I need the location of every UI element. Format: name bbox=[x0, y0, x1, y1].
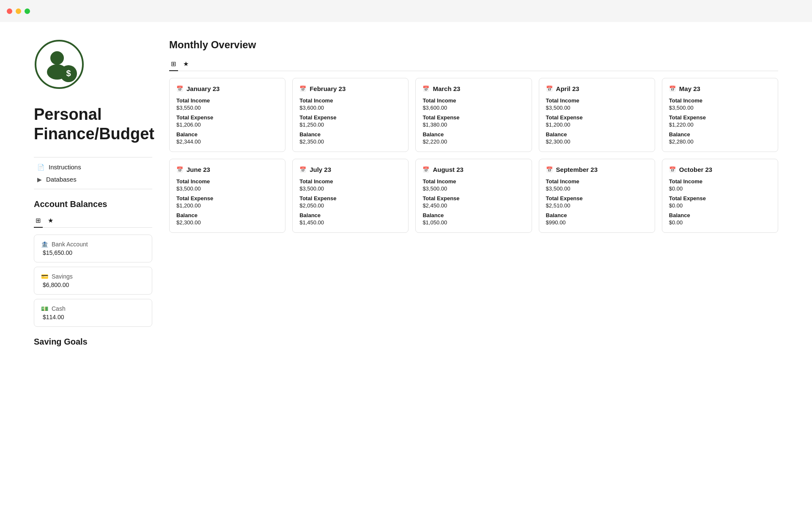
sidebar-nav: 📄 Instructions ▶ Databases bbox=[34, 161, 152, 185]
month-name-may23: May 23 bbox=[679, 85, 700, 92]
account-grid-view-btn[interactable]: ⊞ bbox=[34, 214, 43, 228]
bank-account-header: 🏦 Bank Account bbox=[41, 241, 145, 248]
expense-label-oct23: Total Expense bbox=[669, 195, 771, 202]
close-button[interactable] bbox=[7, 8, 12, 14]
monthly-grid: 📅 January 23 Total Income $3,550.00 Tota… bbox=[169, 78, 778, 233]
balance-value-apr23: $2,300.00 bbox=[546, 138, 648, 145]
month-name-oct23: October 23 bbox=[679, 166, 712, 173]
balance-label-may23: Balance bbox=[669, 131, 771, 138]
instructions-label: Instructions bbox=[49, 163, 81, 171]
balance-value-feb23: $2,350.00 bbox=[299, 138, 401, 145]
sidebar-item-instructions[interactable]: 📄 Instructions bbox=[34, 161, 152, 173]
logo-area: $ bbox=[34, 39, 152, 91]
titlebar bbox=[0, 0, 812, 22]
page-title: Personal Finance/Budget bbox=[34, 105, 152, 144]
bank-icon: 🏦 bbox=[41, 241, 48, 248]
balance-label-feb23: Balance bbox=[299, 131, 401, 138]
databases-label: Databases bbox=[46, 176, 77, 183]
calendar-icon-mar23: 📅 bbox=[422, 86, 429, 92]
monthly-view-toggle: ⊞ ★ bbox=[169, 58, 778, 71]
month-card-mar23[interactable]: 📅 March 23 Total Income $3,600.00 Total … bbox=[415, 78, 532, 152]
app-logo: $ bbox=[34, 39, 85, 90]
month-title-apr23: 📅 April 23 bbox=[546, 85, 648, 92]
balance-value-may23: $2,280.00 bbox=[669, 138, 771, 145]
income-label-aug23: Total Income bbox=[422, 178, 524, 185]
bank-account-card[interactable]: 🏦 Bank Account $15,650.00 bbox=[34, 235, 152, 262]
month-card-jul23[interactable]: 📅 July 23 Total Income $3,500.00 Total E… bbox=[292, 159, 409, 233]
month-card-jan23[interactable]: 📅 January 23 Total Income $3,550.00 Tota… bbox=[169, 78, 285, 152]
balance-label-jul23: Balance bbox=[299, 212, 401, 218]
month-card-oct23[interactable]: 📅 October 23 Total Income $0.00 Total Ex… bbox=[662, 159, 778, 233]
month-title-sep23: 📅 September 23 bbox=[546, 166, 648, 173]
income-value-jun23: $3,500.00 bbox=[176, 185, 278, 192]
savings-card[interactable]: 💳 Savings $6,800.00 bbox=[34, 267, 152, 295]
saving-goals-title: Saving Goals bbox=[34, 337, 152, 347]
balance-value-jul23: $1,450.00 bbox=[299, 219, 401, 226]
expense-value-jan23: $1,206.00 bbox=[176, 121, 278, 128]
month-name-jun23: June 23 bbox=[187, 166, 210, 173]
month-name-aug23: August 23 bbox=[433, 166, 464, 173]
balance-value-jan23: $2,344.00 bbox=[176, 138, 278, 145]
month-card-may23[interactable]: 📅 May 23 Total Income $3,500.00 Total Ex… bbox=[662, 78, 778, 152]
bank-account-value: $15,650.00 bbox=[41, 249, 145, 256]
month-card-apr23[interactable]: 📅 April 23 Total Income $3,500.00 Total … bbox=[539, 78, 655, 152]
expense-label-feb23: Total Expense bbox=[299, 114, 401, 121]
expense-value-mar23: $1,380.00 bbox=[422, 121, 524, 128]
calendar-icon-may23: 📅 bbox=[669, 86, 676, 92]
balance-label-aug23: Balance bbox=[422, 212, 524, 218]
expense-value-jun23: $1,200.00 bbox=[176, 202, 278, 209]
cash-icon: 💵 bbox=[41, 305, 48, 312]
cash-value: $114.00 bbox=[41, 314, 145, 320]
month-name-apr23: April 23 bbox=[556, 85, 579, 92]
calendar-icon-jul23: 📅 bbox=[299, 166, 306, 173]
balance-label-jan23: Balance bbox=[176, 131, 278, 138]
income-value-may23: $3,500.00 bbox=[669, 105, 771, 111]
calendar-icon-jun23: 📅 bbox=[176, 166, 183, 173]
expense-value-sep23: $2,510.00 bbox=[546, 202, 648, 209]
cash-label: Cash bbox=[52, 305, 66, 312]
minimize-button[interactable] bbox=[16, 8, 21, 14]
account-view-toggle: ⊞ ★ bbox=[34, 214, 152, 228]
expense-label-may23: Total Expense bbox=[669, 114, 771, 121]
balance-label-jun23: Balance bbox=[176, 212, 278, 218]
account-star-view-btn[interactable]: ★ bbox=[46, 214, 55, 228]
month-title-aug23: 📅 August 23 bbox=[422, 166, 524, 173]
month-name-feb23: February 23 bbox=[310, 85, 346, 92]
sidebar: $ Personal Finance/Budget 📄 Instructions… bbox=[34, 39, 169, 352]
expense-label-sep23: Total Expense bbox=[546, 195, 648, 202]
cash-card[interactable]: 💵 Cash $114.00 bbox=[34, 299, 152, 327]
month-card-aug23[interactable]: 📅 August 23 Total Income $3,500.00 Total… bbox=[415, 159, 532, 233]
monthly-grid-view-btn[interactable]: ⊞ bbox=[169, 58, 178, 71]
income-label-feb23: Total Income bbox=[299, 97, 401, 104]
income-label-jul23: Total Income bbox=[299, 178, 401, 185]
savings-value: $6,800.00 bbox=[41, 282, 145, 288]
income-value-apr23: $3,500.00 bbox=[546, 105, 648, 111]
maximize-button[interactable] bbox=[25, 8, 30, 14]
income-label-may23: Total Income bbox=[669, 97, 771, 104]
svg-point-1 bbox=[50, 51, 64, 65]
expense-label-jun23: Total Expense bbox=[176, 195, 278, 202]
expense-value-oct23: $0.00 bbox=[669, 202, 771, 209]
balance-value-mar23: $2,220.00 bbox=[422, 138, 524, 145]
expense-label-aug23: Total Expense bbox=[422, 195, 524, 202]
expense-label-apr23: Total Expense bbox=[546, 114, 648, 121]
income-label-apr23: Total Income bbox=[546, 97, 648, 104]
month-title-jan23: 📅 January 23 bbox=[176, 85, 278, 92]
sidebar-divider-top bbox=[34, 157, 152, 157]
month-card-jun23[interactable]: 📅 June 23 Total Income $3,500.00 Total E… bbox=[169, 159, 285, 233]
month-card-feb23[interactable]: 📅 February 23 Total Income $3,600.00 Tot… bbox=[292, 78, 409, 152]
expense-label-jan23: Total Expense bbox=[176, 114, 278, 121]
monthly-star-view-btn[interactable]: ★ bbox=[181, 58, 190, 71]
expense-label-jul23: Total Expense bbox=[299, 195, 401, 202]
sidebar-item-databases[interactable]: ▶ Databases bbox=[34, 173, 152, 185]
income-label-jun23: Total Income bbox=[176, 178, 278, 185]
expense-value-jul23: $2,050.00 bbox=[299, 202, 401, 209]
balance-label-sep23: Balance bbox=[546, 212, 648, 218]
main-container: $ Personal Finance/Budget 📄 Instructions… bbox=[0, 22, 812, 369]
balance-value-jun23: $2,300.00 bbox=[176, 219, 278, 226]
expense-value-feb23: $1,250.00 bbox=[299, 121, 401, 128]
month-card-sep23[interactable]: 📅 September 23 Total Income $3,500.00 To… bbox=[539, 159, 655, 233]
savings-icon: 💳 bbox=[41, 273, 48, 280]
income-label-jan23: Total Income bbox=[176, 97, 278, 104]
cash-header: 💵 Cash bbox=[41, 305, 145, 312]
